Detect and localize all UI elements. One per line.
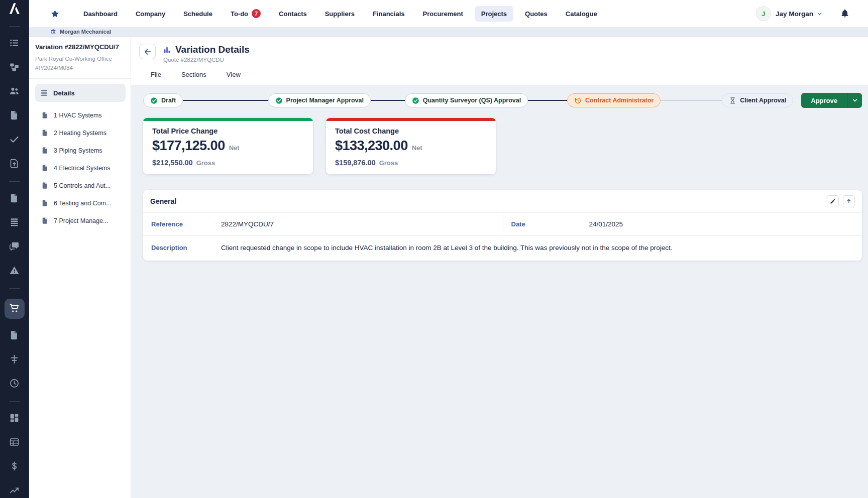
step-connector: [528, 100, 567, 101]
step-draft[interactable]: Draft: [143, 93, 183, 107]
detail-body: DraftProject Manager ApprovalQuantity Su…: [131, 85, 868, 498]
rail-item-document[interactable]: [6, 192, 24, 206]
org-name[interactable]: Morgan Mechanical: [60, 29, 111, 35]
notifications-bell-icon[interactable]: [840, 9, 850, 19]
rail-item-table[interactable]: [6, 436, 24, 450]
nav-item-projects[interactable]: Projects: [475, 6, 513, 22]
check-circle-icon: [150, 97, 158, 104]
app-logo[interactable]: [0, 0, 29, 17]
menu-file[interactable]: File: [151, 71, 161, 78]
rail-items: [0, 17, 29, 498]
favorites-star-icon[interactable]: [50, 9, 60, 19]
nav-item-label: Suppliers: [325, 10, 355, 18]
trend-icon: [9, 485, 20, 497]
section-item-2-heating-systems[interactable]: 2 Heating Systems: [35, 125, 126, 141]
nav-item-to-do[interactable]: To-do7: [224, 5, 267, 22]
step-quantity-surveyor-qs-approval[interactable]: Quantity Surveyor (QS) Approval: [405, 93, 528, 107]
hierarchy-icon: [9, 62, 20, 74]
rail-item-document[interactable]: [6, 109, 24, 123]
nav-item-schedule[interactable]: Schedule: [177, 6, 219, 22]
menu-view[interactable]: View: [227, 71, 241, 78]
card-net-amount: $133,230.00: [335, 138, 408, 154]
nav-item-label: Dashboard: [83, 10, 118, 18]
nav-item-company[interactable]: Company: [129, 6, 172, 22]
rail-divider: [9, 401, 20, 402]
rail-item-check[interactable]: [6, 133, 24, 147]
rail-item-adjustments[interactable]: [6, 353, 24, 367]
date-value: 24/01/2025: [589, 220, 623, 228]
section-item-5-controls-and-aut[interactable]: 5 Controls and Aut...: [35, 177, 126, 194]
rail-item-clock[interactable]: [6, 377, 24, 391]
description-value: Client requested change in scope to incl…: [221, 244, 673, 252]
rail-item-cart[interactable]: [5, 299, 25, 319]
variation-title: Variation #2822/MYQCDU/7: [35, 43, 126, 52]
rail-item-document[interactable]: [6, 329, 24, 343]
nav-item-suppliers[interactable]: Suppliers: [318, 6, 361, 22]
user-name[interactable]: Jay Morgan: [776, 10, 813, 18]
file-icon: [41, 111, 49, 119]
back-button[interactable]: [139, 44, 156, 59]
step-contract-administrator[interactable]: Contract Administrator: [567, 93, 661, 107]
section-item-label: 1 HVAC Systems: [54, 112, 102, 119]
step-project-manager-approval[interactable]: Project Manager Approval: [268, 93, 371, 107]
lines-icon: [40, 89, 48, 97]
rail-item-dollar[interactable]: [6, 460, 24, 474]
rail-item-list[interactable]: [6, 37, 24, 51]
chevron-down-icon[interactable]: [816, 11, 823, 17]
pending-icon: [574, 97, 582, 104]
step-label: Project Manager Approval: [286, 97, 364, 104]
check-circle-icon: [412, 97, 419, 104]
chat-icon: [9, 241, 20, 254]
todo-count-badge: 7: [252, 9, 261, 18]
rail-item-chat[interactable]: [6, 240, 24, 254]
rail-item-grid[interactable]: [6, 412, 24, 426]
card-net-amount: $177,125.00: [152, 138, 225, 154]
collapse-button[interactable]: [843, 195, 855, 207]
nav-item-financials[interactable]: Financials: [366, 6, 411, 22]
variation-side-panel: Variation #2822/MYQCDU/7 Park Royal Co-W…: [29, 37, 131, 498]
document-icon: [9, 330, 20, 342]
rows-icon: [9, 217, 20, 229]
section-item-1-hvac-systems[interactable]: 1 HVAC Systems: [35, 107, 126, 123]
rail-item-rows[interactable]: [6, 216, 24, 230]
rail-item-warning[interactable]: [6, 264, 24, 278]
general-panel: General: [143, 190, 862, 261]
file-upload-icon: [9, 158, 20, 171]
step-connector: [661, 100, 722, 101]
nav-item-catalogue[interactable]: Catalogue: [559, 6, 604, 22]
section-list: 1 HVAC Systems2 Heating Systems3 Piping …: [35, 107, 126, 229]
top-navigation: DashboardCompanyScheduleTo-do7ContactsSu…: [29, 0, 868, 27]
users-icon: [9, 86, 20, 98]
step-client-approval[interactable]: Client Approval: [722, 93, 793, 107]
user-area: J Jay Morgan: [756, 6, 854, 21]
approve-button[interactable]: Approve: [801, 93, 847, 108]
panel-divider: [29, 78, 131, 79]
section-item-6-testing-and-com[interactable]: 6 Testing and Com...: [35, 195, 126, 211]
rail-item-users[interactable]: [6, 85, 24, 99]
section-item-3-piping-systems[interactable]: 3 Piping Systems: [35, 142, 126, 159]
rail-item-hierarchy[interactable]: [6, 61, 24, 75]
card-title: Total Price Change: [152, 127, 304, 135]
grid-icon: [9, 413, 20, 425]
avatar[interactable]: J: [756, 6, 771, 21]
rail-item-file-upload[interactable]: [6, 157, 24, 171]
section-item-4-electrical-systems[interactable]: 4 Electrical Systems: [35, 160, 126, 176]
nav-item-dashboard[interactable]: Dashboard: [77, 6, 124, 22]
nav-item-procurement[interactable]: Procurement: [416, 6, 470, 22]
section-item-label: 6 Testing and Com...: [54, 200, 111, 207]
file-icon: [41, 129, 49, 137]
edit-button[interactable]: [827, 195, 839, 207]
nav-item-quotes[interactable]: Quotes: [518, 6, 554, 22]
file-icon: [41, 164, 49, 172]
reference-label: Reference: [143, 220, 221, 228]
nav-item-label: Projects: [481, 10, 507, 18]
approve-dropdown-button[interactable]: [847, 93, 862, 108]
nav-item-contacts[interactable]: Contacts: [272, 6, 313, 22]
section-item-7-project-manage[interactable]: 7 Project Manage...: [35, 212, 126, 229]
details-nav-item[interactable]: Details: [35, 84, 126, 102]
rail-item-trend[interactable]: [6, 484, 24, 498]
card-gross-amount: $159,876.00: [335, 159, 376, 167]
section-item-label: 5 Controls and Aut...: [54, 182, 111, 189]
menu-sections[interactable]: Sections: [181, 71, 206, 78]
chevron-down-icon: [851, 97, 858, 104]
